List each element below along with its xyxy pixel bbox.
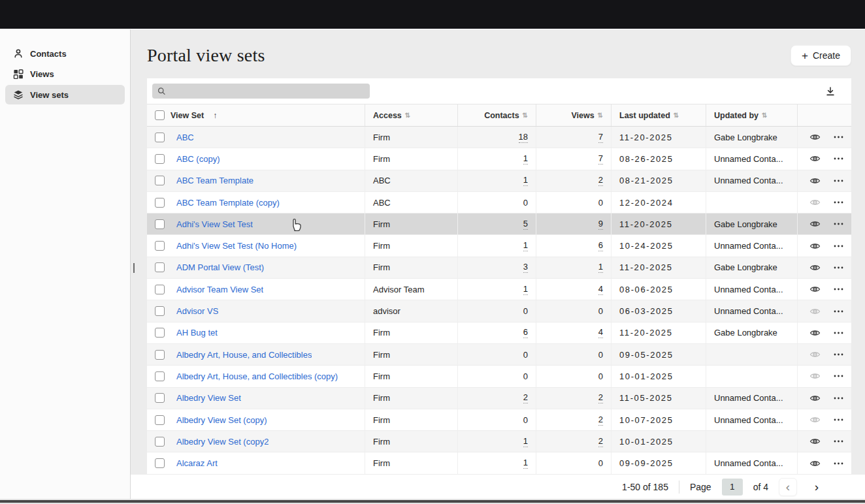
row-menu-icon[interactable] [834, 397, 843, 400]
column-header-access[interactable]: Access ⇅ [365, 104, 457, 126]
row-menu-icon[interactable] [834, 332, 843, 334]
contacts-count[interactable]: 0 [523, 415, 528, 425]
row-checkbox[interactable] [155, 285, 165, 294]
table-row[interactable]: ABC Firm 18 7 11-20-2025 Gabe Longbrake [147, 127, 851, 148]
view-set-name-link[interactable]: Albedry View Set [176, 393, 241, 403]
table-row[interactable]: AH Bug tet Firm 6 4 11-20-2025 Gabe Long… [147, 323, 851, 344]
contacts-count[interactable]: 1 [523, 458, 528, 469]
table-row[interactable]: Albedry View Set (copy) Firm 0 2 10-07-2… [147, 409, 851, 431]
table-row[interactable]: Albedry View Set (copy2 Firm 1 2 10-01-2… [147, 431, 851, 452]
eye-icon[interactable] [809, 220, 821, 228]
views-count[interactable]: 7 [598, 132, 603, 143]
row-checkbox[interactable] [155, 415, 165, 425]
view-set-name-link[interactable]: Alcaraz Art [176, 458, 218, 468]
views-count[interactable]: 0 [598, 458, 603, 468]
eye-icon[interactable] [809, 437, 821, 445]
view-set-name-link[interactable]: ABC (copy) [176, 154, 220, 164]
views-count[interactable]: 9 [598, 219, 603, 230]
sidebar-item-view-sets[interactable]: View sets [5, 85, 125, 104]
contacts-count[interactable]: 0 [523, 350, 528, 360]
table-row[interactable]: Advisor Team View Set Advisor Team 1 4 0… [147, 279, 851, 300]
view-set-name-link[interactable]: Adhi's View Set Test [176, 219, 253, 229]
views-count[interactable]: 2 [598, 392, 603, 403]
column-header-views[interactable]: Views ⇅ [536, 104, 611, 126]
table-row[interactable]: Albedry Art, House, and Collectibles (co… [147, 366, 851, 387]
eye-icon[interactable] [809, 460, 821, 467]
eye-icon[interactable] [809, 416, 821, 424]
table-row[interactable]: ABC Team Template (copy) ABC 0 0 12-20-2… [147, 192, 851, 213]
views-count[interactable]: 6 [598, 240, 603, 251]
views-count[interactable]: 0 [598, 198, 603, 208]
row-menu-icon[interactable] [834, 440, 843, 443]
row-checkbox[interactable] [155, 350, 165, 360]
eye-icon[interactable] [809, 307, 821, 315]
eye-icon[interactable] [809, 351, 821, 358]
row-checkbox[interactable] [155, 306, 165, 316]
sort-asc-icon[interactable]: ↑ [213, 111, 217, 120]
select-all-checkbox[interactable] [155, 110, 165, 120]
row-checkbox[interactable] [155, 154, 165, 164]
contacts-count[interactable]: 6 [523, 327, 528, 338]
views-count[interactable]: 1 [598, 262, 603, 273]
view-set-name-link[interactable]: Advisor Team View Set [176, 285, 263, 294]
sort-both-icon[interactable]: ⇅ [674, 112, 679, 119]
table-row[interactable]: ADM Portal View (Test) Firm 3 1 11-20-20… [147, 257, 851, 279]
eye-icon[interactable] [809, 372, 821, 380]
row-checkbox[interactable] [155, 262, 165, 272]
column-header-contacts[interactable]: Contacts ⇅ [457, 104, 536, 126]
search-box[interactable] [152, 84, 370, 99]
contacts-count[interactable]: 0 [523, 306, 528, 316]
contacts-count[interactable]: 3 [523, 262, 528, 273]
eye-icon[interactable] [809, 177, 821, 185]
view-set-name-link[interactable]: Albedry Art, House, and Collectibles (co… [176, 371, 338, 381]
eye-icon[interactable] [809, 394, 821, 402]
sidebar-item-views[interactable]: Views [5, 65, 125, 84]
row-menu-icon[interactable] [834, 266, 843, 269]
row-checkbox[interactable] [155, 198, 165, 208]
sort-both-icon[interactable]: ⇅ [405, 112, 410, 119]
eye-icon[interactable] [809, 242, 821, 250]
contacts-count[interactable]: 18 [519, 132, 528, 143]
view-set-name-link[interactable]: Albedry View Set (copy) [176, 415, 267, 425]
views-count[interactable]: 2 [598, 415, 603, 426]
table-row[interactable]: Albedry View Set Firm 2 2 11-05-2025 Unn… [147, 388, 851, 409]
view-set-name-link[interactable]: Albedry Art, House, and Collectibles [176, 350, 312, 360]
views-count[interactable]: 2 [598, 175, 603, 186]
contacts-count[interactable]: 0 [523, 198, 528, 208]
contacts-count[interactable]: 1 [523, 153, 528, 165]
table-row[interactable]: Adhi's View Set Test Firm 5 9 11-20-2025… [147, 213, 851, 235]
contacts-count[interactable]: 1 [523, 284, 528, 295]
sidebar-resize-handle[interactable] [133, 263, 135, 273]
view-set-name-link[interactable]: Albedry View Set (copy2 [176, 437, 269, 447]
row-menu-icon[interactable] [834, 353, 843, 356]
download-button[interactable] [825, 86, 836, 97]
row-menu-icon[interactable] [834, 245, 843, 247]
row-checkbox[interactable] [155, 176, 165, 185]
contacts-count[interactable]: 1 [523, 175, 528, 186]
sort-both-icon[interactable]: ⇅ [762, 112, 767, 119]
view-set-name-link[interactable]: AH Bug tet [176, 328, 218, 338]
view-set-name-link[interactable]: ABC Team Template (copy) [176, 198, 280, 208]
search-input[interactable] [169, 87, 365, 96]
column-header-updated-by[interactable]: Updated by ⇅ [706, 104, 797, 126]
row-menu-icon[interactable] [834, 310, 843, 313]
table-row[interactable]: Advisor VS advisor 0 0 06-03-2025 Unname… [147, 300, 851, 322]
next-page-button[interactable]: › [808, 478, 826, 496]
row-checkbox[interactable] [155, 458, 165, 468]
table-row[interactable]: ABC (copy) Firm 1 7 08-26-2025 Unnamed C… [147, 148, 851, 170]
row-menu-icon[interactable] [834, 288, 843, 291]
row-menu-icon[interactable] [834, 157, 843, 160]
column-header-last-updated[interactable]: Last updated ⇅ [611, 104, 706, 126]
contacts-count[interactable]: 1 [523, 436, 528, 447]
eye-icon[interactable] [809, 285, 821, 293]
views-count[interactable]: 7 [598, 153, 603, 165]
row-checkbox[interactable] [155, 133, 165, 142]
contacts-count[interactable]: 1 [523, 240, 528, 251]
eye-icon[interactable] [809, 133, 821, 141]
eye-icon[interactable] [809, 329, 821, 337]
views-count[interactable]: 4 [598, 327, 603, 338]
row-menu-icon[interactable] [834, 201, 843, 204]
eye-icon[interactable] [809, 155, 821, 163]
sort-both-icon[interactable]: ⇅ [598, 112, 603, 119]
table-row[interactable]: Albedry Art, House, and Collectibles Fir… [147, 344, 851, 366]
